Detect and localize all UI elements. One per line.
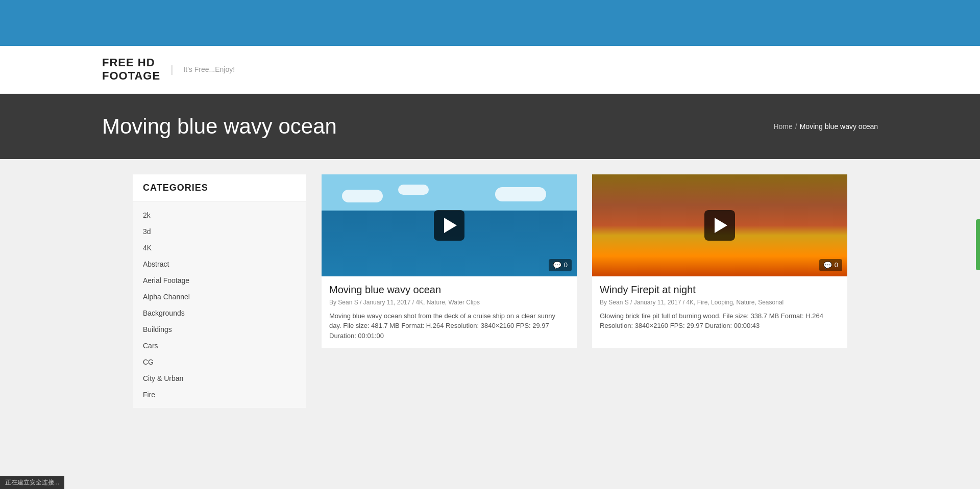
sidebar-category-item: 4K xyxy=(133,240,306,256)
sidebar-category-item: City & Urban xyxy=(133,370,306,387)
sidebar-category-link[interactable]: CG xyxy=(133,354,306,370)
video-meta: By Sean S / January 11, 2017 / 4K, Fire,… xyxy=(600,299,840,306)
categories-header: CATEGORIES xyxy=(133,174,306,202)
breadcrumb-home-link[interactable]: Home xyxy=(773,122,792,131)
sidebar-category-link[interactable]: 3d xyxy=(133,223,306,240)
site-tagline: It's Free...Enjoy! xyxy=(183,65,235,73)
sidebar-category-item: 2k xyxy=(133,207,306,223)
video-card: 💬 0 Windy Firepit at night By Sean S / J… xyxy=(592,174,847,349)
video-description: Moving blue wavy ocean shot from the dec… xyxy=(329,311,569,341)
sidebar-category-link[interactable]: Abstract xyxy=(133,256,306,272)
site-header: FREE HD FOOTAGE | It's Free...Enjoy! xyxy=(0,46,980,94)
page-banner: Moving blue wavy ocean Home / Moving blu… xyxy=(0,94,980,159)
sidebar-category-link[interactable]: 2k xyxy=(133,207,306,223)
site-title: FREE HD FOOTAGE xyxy=(102,56,160,83)
play-button[interactable] xyxy=(704,210,735,241)
video-title: Windy Firepit at night xyxy=(600,284,840,296)
breadcrumb-separator: / xyxy=(795,122,797,131)
page-title: Moving blue wavy ocean xyxy=(102,114,337,139)
video-thumbnail[interactable]: 💬 0 xyxy=(322,174,577,276)
comment-count: 0 xyxy=(835,261,838,269)
comment-icon: 💬 xyxy=(823,261,832,269)
play-button[interactable] xyxy=(434,210,464,241)
main-content: CATEGORIES 2k3d4KAbstractAerial FootageA… xyxy=(133,159,847,423)
video-info: Moving blue wavy ocean By Sean S / Janua… xyxy=(322,276,577,349)
sidebar-category-link[interactable]: Aerial Footage xyxy=(133,272,306,289)
cloud-decoration xyxy=(398,185,429,195)
comment-count: 0 xyxy=(564,261,568,269)
video-info: Windy Firepit at night By Sean S / Janua… xyxy=(592,276,847,339)
sidebar-category-item: Abstract xyxy=(133,256,306,272)
video-description: Glowing brick fire pit full of burning w… xyxy=(600,311,840,331)
video-grid: 💬 0 Moving blue wavy ocean By Sean S / J… xyxy=(322,174,847,408)
sidebar-category-item: CG xyxy=(133,354,306,370)
sidebar-category-link[interactable]: Alpha Channel xyxy=(133,289,306,305)
sidebar-category-item: Backgrounds xyxy=(133,305,306,321)
sidebar-category-link[interactable]: City & Urban xyxy=(133,370,306,387)
play-icon xyxy=(444,218,457,233)
sidebar-category-item: Buildings xyxy=(133,321,306,338)
cloud-decoration xyxy=(342,190,383,202)
sidebar-category-link[interactable]: Buildings xyxy=(133,321,306,338)
video-card: 💬 0 Moving blue wavy ocean By Sean S / J… xyxy=(322,174,577,349)
breadcrumb: Home / Moving blue wavy ocean xyxy=(773,122,878,131)
sidebar-category-item: Cars xyxy=(133,338,306,354)
sidebar: CATEGORIES 2k3d4KAbstractAerial FootageA… xyxy=(133,174,306,408)
breadcrumb-current: Moving blue wavy ocean xyxy=(800,122,878,131)
comment-badge: 💬 0 xyxy=(549,259,572,271)
video-meta: By Sean S / January 11, 2017 / 4K, Natur… xyxy=(329,299,569,306)
sidebar-category-item: Aerial Footage xyxy=(133,272,306,289)
sidebar-category-item: 3d xyxy=(133,223,306,240)
video-title: Moving blue wavy ocean xyxy=(329,284,569,296)
category-list: 2k3d4KAbstractAerial FootageAlpha Channe… xyxy=(133,202,306,408)
video-thumbnail[interactable]: 💬 0 xyxy=(592,174,847,276)
sidebar-category-item: Fire xyxy=(133,387,306,403)
header-divider: | xyxy=(170,64,173,75)
scroll-indicator[interactable] xyxy=(976,219,980,270)
top-bar xyxy=(0,0,980,46)
cloud-decoration xyxy=(495,187,546,201)
sidebar-category-link[interactable]: Fire xyxy=(133,387,306,403)
sidebar-category-link[interactable]: Backgrounds xyxy=(133,305,306,321)
comment-badge: 💬 0 xyxy=(819,259,842,271)
sidebar-category-item: Alpha Channel xyxy=(133,289,306,305)
sidebar-category-link[interactable]: Cars xyxy=(133,338,306,354)
play-icon xyxy=(715,218,727,233)
sidebar-category-link[interactable]: 4K xyxy=(133,240,306,256)
comment-icon: 💬 xyxy=(553,261,561,269)
